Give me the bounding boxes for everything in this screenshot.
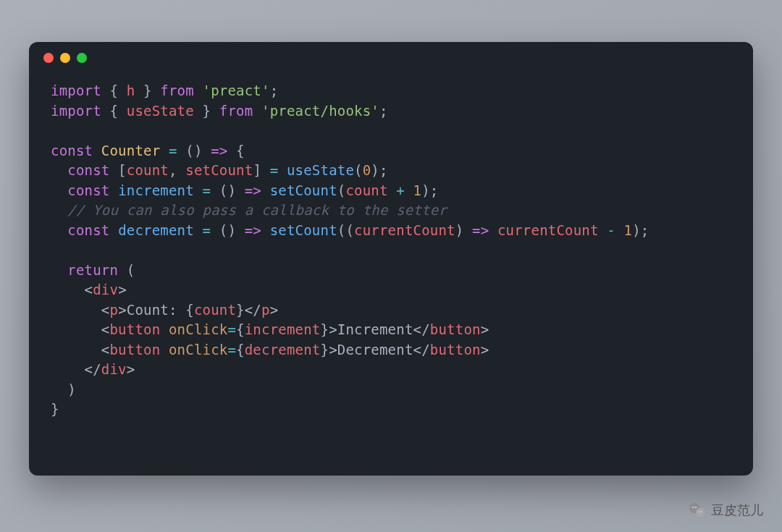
zoom-icon[interactable] <box>77 53 87 63</box>
minimize-icon[interactable] <box>60 53 70 63</box>
close-icon[interactable] <box>43 53 54 63</box>
code-line: <p>Count: {count}</p> <box>51 302 278 318</box>
code-line: const Counter = () => { <box>51 143 245 159</box>
window-titlebar <box>29 42 753 74</box>
svg-point-4 <box>699 511 700 512</box>
code-line: } <box>51 401 59 417</box>
code-line: // You can also pass a callback to the s… <box>51 202 447 218</box>
code-line: const decrement = () => setCount((curren… <box>51 222 649 238</box>
code-line: import { h } from 'preact'; <box>51 83 278 98</box>
code-line: const [count, setCount] = useState(0); <box>51 162 388 178</box>
svg-point-3 <box>695 507 697 508</box>
watermark-text: 豆皮范儿 <box>711 502 763 519</box>
code-editor: import { h } from 'preact'; import { use… <box>29 74 753 442</box>
wechat-icon <box>688 502 705 519</box>
watermark: 豆皮范儿 <box>688 502 763 519</box>
code-line: return ( <box>51 262 135 278</box>
code-line: <div> <box>51 282 127 297</box>
code-line: import { useState } from 'preact/hooks'; <box>51 103 388 119</box>
svg-point-1 <box>696 508 705 517</box>
code-line: <button onClick={decrement}>Decrement</b… <box>51 342 489 358</box>
code-line: const increment = () => setCount(count +… <box>51 182 438 198</box>
code-line: </div> <box>51 361 135 377</box>
code-line: <button onClick={increment}>Increment</b… <box>51 321 489 337</box>
svg-point-2 <box>692 507 694 508</box>
code-line: ) <box>51 381 76 397</box>
code-window: import { h } from 'preact'; import { use… <box>29 42 753 476</box>
svg-point-5 <box>701 511 702 512</box>
